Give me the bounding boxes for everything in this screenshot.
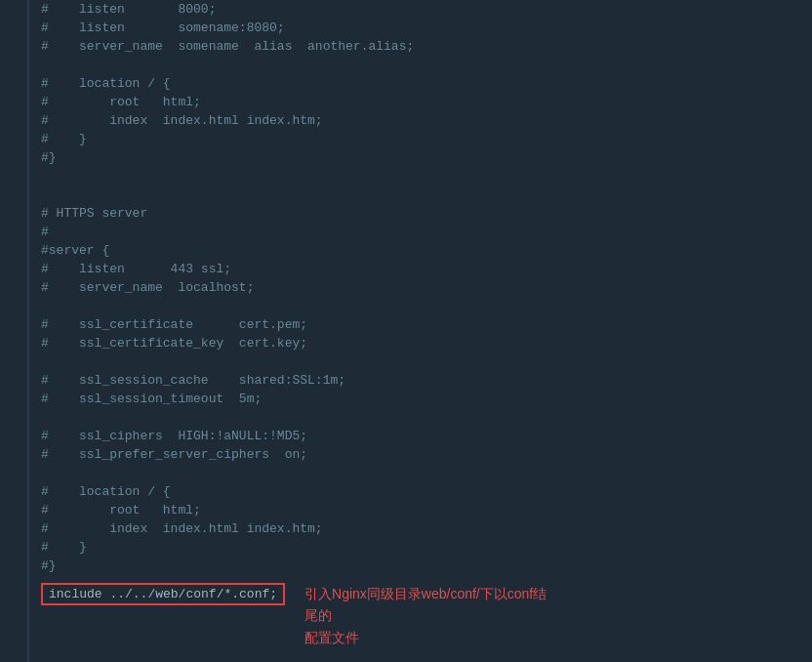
code-line: # ssl_ciphers HIGH:!aNULL:!MD5; <box>41 427 812 445</box>
code-line <box>41 408 812 427</box>
code-line <box>41 56 812 74</box>
code-line: # HTTPS server <box>41 204 812 223</box>
code-line: # ssl_prefer_server_ciphers on; <box>41 445 812 464</box>
code-line: # } <box>41 130 812 148</box>
code-line: # ssl_certificate cert.pem; <box>41 315 812 334</box>
annotation-line2: 配置文件 <box>304 627 558 648</box>
code-line: # location / { <box>41 482 812 501</box>
code-line: #} <box>41 148 812 167</box>
code-line: # ssl_session_cache shared:SSL:1m; <box>41 371 812 390</box>
code-line: # root html; <box>41 93 812 111</box>
code-line: # listen 8000; <box>41 0 812 19</box>
line-numbers <box>0 0 29 662</box>
code-line <box>41 352 812 371</box>
code-line: # location / { <box>41 74 812 93</box>
code-line: # listen 443 ssl; <box>41 260 812 278</box>
code-line: # listen somename:8080; <box>41 19 812 37</box>
code-line: # <box>41 223 812 241</box>
annotation-line1: 引入Nginx同级目录web/conf/下以conf结尾的 <box>304 583 558 627</box>
code-line: # index index.html index.htm; <box>41 111 812 130</box>
code-line <box>41 186 812 204</box>
code-line: # server_name localhost; <box>41 278 812 297</box>
code-line <box>41 464 812 482</box>
code-line: # index index.html index.htm; <box>41 519 812 538</box>
code-line: # ssl_certificate_key cert.key; <box>41 334 812 352</box>
code-line <box>41 167 812 186</box>
code-line <box>41 297 812 315</box>
code-editor: # listen 8000; # listen somename:8080; #… <box>0 0 812 662</box>
highlighted-code-line: include ../../web/conf/*.conf; <box>41 583 285 605</box>
code-line: # server_name somename alias another.ali… <box>41 37 812 56</box>
code-lines: # listen 8000; # listen somename:8080; #… <box>29 0 812 662</box>
highlighted-section: include ../../web/conf/*.conf; 引入Nginx同级… <box>41 583 812 648</box>
include-statement: include ../../web/conf/*.conf; <box>41 583 285 605</box>
code-line: # ssl_session_timeout 5m; <box>41 390 812 408</box>
code-line: # } <box>41 538 812 557</box>
code-line: #} <box>41 557 812 575</box>
code-line: # root html; <box>41 501 812 519</box>
annotation: 引入Nginx同级目录web/conf/下以conf结尾的 配置文件 <box>304 583 558 648</box>
code-line: #server { <box>41 241 812 260</box>
